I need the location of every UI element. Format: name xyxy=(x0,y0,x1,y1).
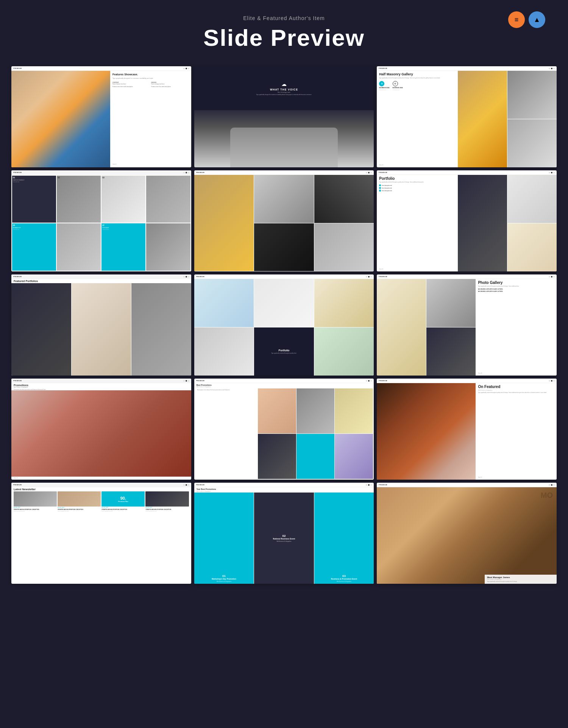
slide-9-badge: PREMIUM xyxy=(379,276,387,277)
slide-1[interactable]: PREMIUM Features Showcase. Typo graphica… xyxy=(11,66,191,167)
slide-1-nav xyxy=(183,68,189,69)
nav-dot xyxy=(183,380,185,382)
col-3-desc: With Business & Infographics xyxy=(337,581,351,582)
feature-design: DESIGNSome design text here xyxy=(151,82,189,85)
nav-dot xyxy=(553,380,555,382)
slide-9-items: WE CREATED 4 KPS WITH FLUENT LETTERS. WE… xyxy=(478,288,554,292)
photo-gallery-img-3 xyxy=(426,327,476,376)
slide-2-desc: Typo graphically designed for maximum re… xyxy=(256,94,312,95)
nav-dot xyxy=(188,484,189,486)
header-icons: ≡ ▲ xyxy=(508,11,545,28)
slide-11-badge: PREMIUM xyxy=(196,380,204,382)
slide-14[interactable]: PREMIUM Year Best Promotions With Produc… xyxy=(194,483,374,584)
masonry-img-1 xyxy=(194,175,254,271)
photo-item-1: WE CREATED 4 KPS WITH FLUENT LETTERS. xyxy=(478,288,554,290)
slide-5[interactable]: PREMIUM xyxy=(194,170,374,271)
newsletter-category-4: CREATIVE AND MULTIPURPOSE CONCEPTION xyxy=(145,509,189,510)
nav-dot xyxy=(188,380,189,382)
slide-12-image xyxy=(377,383,476,480)
slide-4-badge: PREMIUM xyxy=(13,171,22,173)
slide-13-nav xyxy=(183,484,189,486)
nav-dot xyxy=(188,172,189,173)
slide-12-nav xyxy=(549,380,555,382)
slide-9[interactable]: PREMIUM Photo Gallery Typo graphically c… xyxy=(377,274,557,376)
nav-dot-active xyxy=(551,172,552,173)
slide-15-content: MO Meet Manager James With Product or In… xyxy=(377,487,557,584)
biz-item-2: ⚙ BUSINESS IDEA Description here xyxy=(393,81,403,90)
masonry-img-5 xyxy=(314,223,374,271)
col-2-num: 02 xyxy=(282,534,286,538)
newsletter-date-4: Feb 19, 2017 xyxy=(145,507,189,508)
newsletter-date-1: Feb 09, 2017 xyxy=(14,507,57,508)
nav-dot xyxy=(366,484,367,486)
slide-9-gallery xyxy=(377,279,476,376)
slide-8-badge: PREMIUM xyxy=(196,276,204,277)
slide-1-image xyxy=(11,71,110,167)
nav-dot xyxy=(370,276,372,277)
nav-dot-active xyxy=(551,68,552,69)
slide-6[interactable]: PREMIUM Portfolio Typo graphically cente… xyxy=(377,170,557,271)
grid-item-7: 07FOR EVENTSome text here xyxy=(101,223,145,271)
grid-item-1: 01STARTUP STRATEGYSome text here xyxy=(12,176,56,223)
slide-15[interactable]: PREMIUM MO Meet Manager James With Produ… xyxy=(377,483,557,584)
photo-gallery-img-1 xyxy=(377,279,426,376)
newsletter-img-2 xyxy=(58,491,101,507)
slide-7-title: Featured Portfolios xyxy=(11,279,191,283)
slide-13[interactable]: PREMIUM Latest Newsletter Feb 09, 2017 C… xyxy=(11,483,191,584)
nav-dot-active xyxy=(368,172,370,173)
newsletter-category-1: CREATIVE AND MULTIPURPOSE CONCEPTION xyxy=(14,509,57,510)
header-subtitle: Elite & Featured Author's Item xyxy=(8,15,560,21)
col-2-desc: With Business & Infographics xyxy=(276,541,291,542)
slide-6-gallery xyxy=(458,175,557,271)
slide-14-header: PREMIUM xyxy=(194,483,374,487)
slide-11[interactable]: PREMIUM Best Promotions With Product or … xyxy=(194,379,374,480)
slide-10[interactable]: PREMIUM Promotions With Product or Infog… xyxy=(11,379,191,480)
slide-5-nav xyxy=(366,172,372,173)
slide-14-badge: PREMIUM xyxy=(196,484,204,486)
nav-dot-active xyxy=(551,380,552,382)
slide-3-content: Half Masonry Gallery Typo graphically ce… xyxy=(377,71,557,167)
slide-6-content: Portfolio Typo graphically centered thro… xyxy=(377,175,557,271)
masonry-cell-5-portfolio: Portfolio Typo graphically centered thro… xyxy=(254,327,314,376)
promo-col-3: 03 Business & Promotion Event With Busin… xyxy=(314,493,374,584)
nav-dot-active xyxy=(186,380,187,382)
masonry-cell-3 xyxy=(314,279,374,327)
slide-9-text: Photo Gallery Typo graphically centered … xyxy=(476,279,557,376)
gallery-image-1 xyxy=(458,71,507,167)
col-1-title: Marketing's Day Promotion xyxy=(212,578,236,580)
slide-6-items: Item description text Item description t… xyxy=(379,184,456,192)
nav-dot xyxy=(370,484,372,486)
slide-14-nav xyxy=(366,484,372,486)
slide-4-header: PREMIUM xyxy=(11,170,191,175)
slide-7-nav xyxy=(183,276,189,277)
nav-dot xyxy=(370,172,372,173)
slide-7[interactable]: PREMIUM Featured Portfolios xyxy=(11,274,191,376)
slide-11-header: PREMIUM xyxy=(194,379,374,383)
slide-3[interactable]: PREMIUM Half Masonry Gallery Typo graphi… xyxy=(377,66,557,167)
nav-dot xyxy=(188,276,189,277)
newsletter-text-4: Some newsletter text here. xyxy=(145,511,189,512)
slide-8[interactable]: PREMIUM Portfolio Typo graphically cente… xyxy=(194,274,374,376)
slide-13-header: PREMIUM xyxy=(11,483,191,487)
nav-dot xyxy=(366,172,367,173)
slide-4[interactable]: PREMIUM 01STARTUP STRATEGYSome text here… xyxy=(11,170,191,271)
slide-12[interactable]: PREMIUM On Featured With Product or Info… xyxy=(377,379,557,480)
slide-2[interactable]: ☁ WHAT THE VOICE Micro Technology Leader… xyxy=(194,66,374,167)
biz-icon-1: ⚙ xyxy=(379,81,384,86)
slide-9-desc: Typo graphically centered throughout qua… xyxy=(478,285,554,287)
slide-8-header: PREMIUM xyxy=(194,274,374,279)
nav-dot xyxy=(366,380,367,382)
slide-12-title: On Featured xyxy=(478,385,554,389)
slide-12-header: PREMIUM xyxy=(377,379,557,383)
portfolio-center-text: Typo graphically centered throughout qua… xyxy=(271,352,296,354)
nav-dot xyxy=(183,172,185,173)
envato-symbol: ≡ xyxy=(515,16,519,24)
slide-5-header: PREMIUM xyxy=(194,170,374,175)
slide-15-header: PREMIUM xyxy=(377,483,557,487)
slide-1-footer: Slide 01 xyxy=(112,164,189,165)
newsletter-text-2: Some newsletter text here. xyxy=(58,511,101,512)
author-icon[interactable]: ▲ xyxy=(529,11,545,28)
slide-1-title: Features Showcase. xyxy=(112,73,189,76)
slide-9-nav xyxy=(549,276,555,277)
envato-icon[interactable]: ≡ xyxy=(508,11,525,28)
